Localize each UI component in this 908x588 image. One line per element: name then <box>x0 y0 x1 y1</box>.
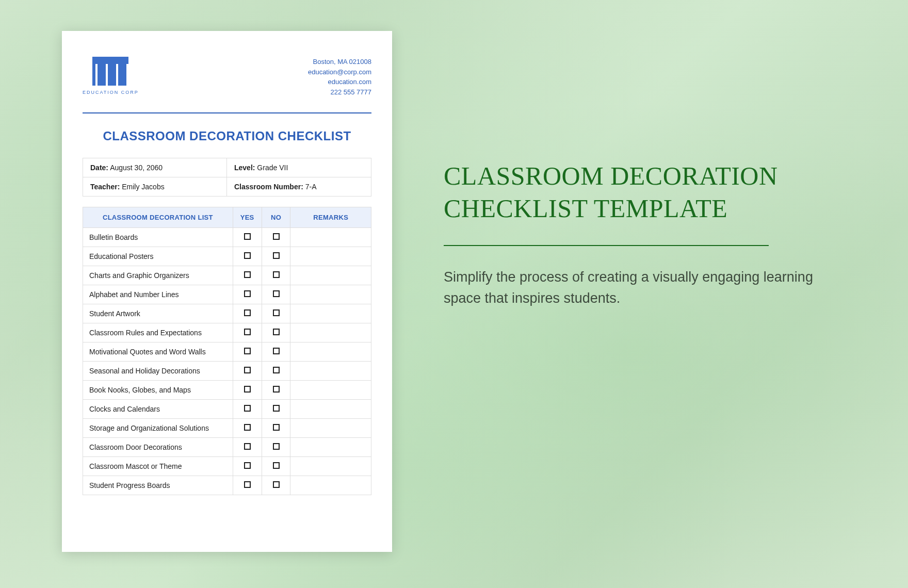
remarks-cell <box>290 476 371 495</box>
checkbox-icon <box>244 462 251 469</box>
remarks-cell <box>290 285 371 304</box>
remarks-cell <box>290 419 371 438</box>
logo-text: EDUCATION CORP <box>83 90 139 95</box>
table-row: Storage and Organizational Solutions <box>83 419 371 438</box>
table-row: Classroom Door Decorations <box>83 438 371 457</box>
no-cell <box>262 266 290 285</box>
info-classroom-label: Classroom Number: <box>234 183 303 191</box>
table-row: Student Artwork <box>83 304 371 323</box>
remarks-cell <box>290 323 371 342</box>
checkbox-icon <box>244 252 251 259</box>
table-row: Clocks and Calendars <box>83 400 371 419</box>
checkbox-icon <box>273 233 280 240</box>
checkbox-icon <box>244 367 251 373</box>
promo-panel: CLASSROOM DECORATION CHECKLIST TEMPLATE … <box>444 160 836 308</box>
yes-cell <box>233 381 262 400</box>
yes-cell <box>233 266 262 285</box>
document-preview: EDUCATION CORP Boston, MA 021008 educati… <box>62 31 392 552</box>
info-date: Date: August 30, 2060 <box>83 158 227 177</box>
remarks-cell <box>290 457 371 476</box>
contact-email: education@corp.com <box>308 67 371 77</box>
header-divider <box>83 112 371 113</box>
checkbox-icon <box>273 443 280 450</box>
yes-cell <box>233 419 262 438</box>
no-cell <box>262 285 290 304</box>
table-row: Alphabet and Number Lines <box>83 285 371 304</box>
no-cell <box>262 304 290 323</box>
no-cell <box>262 342 290 362</box>
table-row: Seasonal and Holiday Decorations <box>83 362 371 381</box>
checkbox-icon <box>273 329 280 335</box>
item-name: Classroom Mascot or Theme <box>83 457 233 476</box>
yes-cell <box>233 400 262 419</box>
no-cell <box>262 362 290 381</box>
yes-cell <box>233 342 262 362</box>
table-row: Classroom Rules and Expectations <box>83 323 371 342</box>
yes-cell <box>233 247 262 266</box>
no-cell <box>262 419 290 438</box>
item-name: Classroom Rules and Expectations <box>83 323 233 342</box>
checkbox-icon <box>273 367 280 373</box>
checkbox-icon <box>273 271 280 278</box>
contact-info: Boston, MA 021008 education@corp.com edu… <box>308 57 371 97</box>
col-header-yes: YES <box>233 207 262 228</box>
checkbox-icon <box>244 443 251 450</box>
no-cell <box>262 381 290 400</box>
logo-block: EDUCATION CORP <box>83 57 139 95</box>
checkbox-icon <box>244 271 251 278</box>
yes-cell <box>233 438 262 457</box>
info-level-value: Grade VII <box>255 164 288 172</box>
remarks-cell <box>290 438 371 457</box>
item-name: Seasonal and Holiday Decorations <box>83 362 233 381</box>
info-classroom: Classroom Number: 7-A <box>227 177 371 196</box>
checkbox-icon <box>273 309 280 316</box>
promo-title: CLASSROOM DECORATION CHECKLIST TEMPLATE <box>444 160 836 224</box>
checkbox-icon <box>244 405 251 412</box>
yes-cell <box>233 304 262 323</box>
no-cell <box>262 247 290 266</box>
item-name: Student Progress Boards <box>83 476 233 495</box>
yes-cell <box>233 457 262 476</box>
checkbox-icon <box>244 348 251 354</box>
checkbox-icon <box>244 481 251 488</box>
item-name: Educational Posters <box>83 247 233 266</box>
remarks-cell <box>290 342 371 362</box>
promo-divider <box>444 245 769 246</box>
item-name: Clocks and Calendars <box>83 400 233 419</box>
info-teacher-value: Emily Jacobs <box>120 183 164 191</box>
no-cell <box>262 400 290 419</box>
checkbox-icon <box>273 481 280 488</box>
item-name: Student Artwork <box>83 304 233 323</box>
checkbox-icon <box>273 386 280 393</box>
checkbox-icon <box>244 290 251 297</box>
contact-phone: 222 555 7777 <box>308 87 371 97</box>
info-date-value: August 30, 2060 <box>108 164 163 172</box>
checklist-body: Bulletin Boards Educational Posters Char… <box>83 228 371 495</box>
document-title: CLASSROOM DECORATION CHECKLIST <box>83 129 371 143</box>
table-row: Student Progress Boards <box>83 476 371 495</box>
checkbox-icon <box>244 309 251 316</box>
yes-cell <box>233 476 262 495</box>
checkbox-icon <box>244 329 251 335</box>
remarks-cell <box>290 304 371 323</box>
table-row: Charts and Graphic Organizers <box>83 266 371 285</box>
no-cell <box>262 323 290 342</box>
promo-subtitle: Simplify the process of creating a visua… <box>444 267 836 308</box>
info-level-label: Level: <box>234 164 255 172</box>
promo-title-line2: CHECKLIST TEMPLATE <box>444 194 727 223</box>
item-name: Motivational Quotes and Word Walls <box>83 342 233 362</box>
checkbox-icon <box>273 290 280 297</box>
remarks-cell <box>290 381 371 400</box>
info-teacher: Teacher: Emily Jacobs <box>83 177 227 196</box>
remarks-cell <box>290 266 371 285</box>
item-name: Alphabet and Number Lines <box>83 285 233 304</box>
item-name: Classroom Door Decorations <box>83 438 233 457</box>
checkbox-icon <box>244 386 251 393</box>
info-classroom-value: 7-A <box>303 183 317 191</box>
no-cell <box>262 228 290 247</box>
item-name: Storage and Organizational Solutions <box>83 419 233 438</box>
yes-cell <box>233 362 262 381</box>
table-row: Educational Posters <box>83 247 371 266</box>
checkbox-icon <box>273 462 280 469</box>
item-name: Charts and Graphic Organizers <box>83 266 233 285</box>
